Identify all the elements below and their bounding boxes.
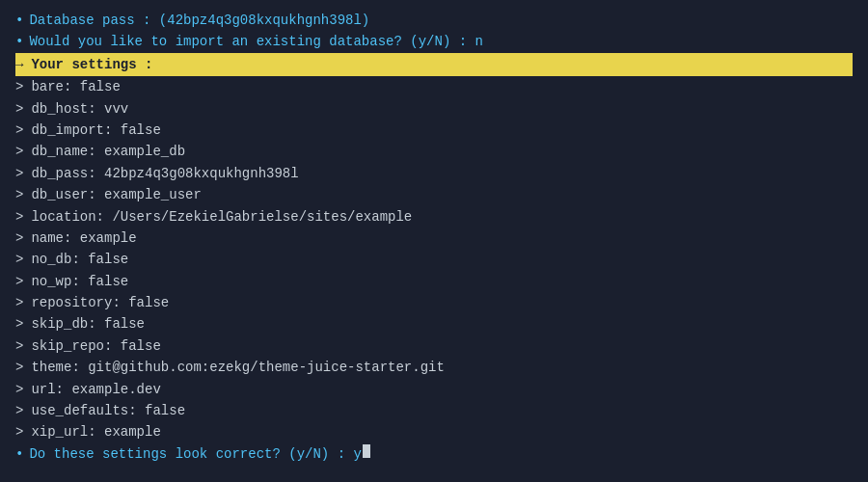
chevron-theme: > xyxy=(15,357,23,378)
skip-repo-key: skip_repo: false xyxy=(31,335,160,357)
bare-key: bare: false xyxy=(31,76,120,97)
chevron-use-defaults: > xyxy=(15,400,23,421)
chevron-xip-url: > xyxy=(15,421,23,442)
db-pass-text: Database pass : (42bpz4q3g08kxqukhgnh398… xyxy=(29,10,369,31)
db-host-key: db_host: vvv xyxy=(31,98,128,120)
setting-location: > location: /Users/EzekielGabrielse/site… xyxy=(15,206,853,228)
setting-skip-repo: > skip_repo: false xyxy=(15,335,853,357)
chevron-db-user: > xyxy=(15,184,23,205)
setting-db-host: > db_host: vvv xyxy=(15,98,853,120)
chevron-bare: > xyxy=(15,76,23,97)
import-db-text: Would you like to import an existing dat… xyxy=(29,31,482,52)
settings-label: Your settings : xyxy=(31,54,152,75)
setting-name: > name: example xyxy=(15,228,853,249)
name-key: name: example xyxy=(31,228,136,249)
setting-db-user: > db_user: example_user xyxy=(15,184,853,205)
chevron-db-pass: > xyxy=(15,163,23,184)
terminal-window: • Database pass : (42bpz4q3g08kxqukhgnh3… xyxy=(0,0,868,482)
line-your-settings: → Your settings : xyxy=(15,53,853,76)
use-defaults-key: use_defaults: false xyxy=(31,400,185,421)
url-key: url: example.dev xyxy=(31,379,160,400)
line-correct-settings: • Do these settings look correct? (y/N) … xyxy=(15,443,853,465)
xip-url-key: xip_url: example xyxy=(31,421,160,442)
chevron-no-wp: > xyxy=(15,271,23,292)
no-db-key: no_db: false xyxy=(31,249,128,270)
chevron-db-name: > xyxy=(15,141,23,162)
theme-key: theme: git@github.com:ezekg/theme-juice-… xyxy=(31,357,444,378)
chevron-location: > xyxy=(15,206,23,228)
setting-bare: > bare: false xyxy=(15,76,853,97)
skip-db-key: skip_db: false xyxy=(31,313,145,335)
chevron-db-host: > xyxy=(15,98,23,120)
no-wp-key: no_wp: false xyxy=(31,271,128,292)
setting-db-import: > db_import: false xyxy=(15,120,853,141)
setting-url: > url: example.dev xyxy=(15,379,853,400)
setting-skip-db: > skip_db: false xyxy=(15,313,853,335)
setting-no-wp: > no_wp: false xyxy=(15,271,853,292)
db-import-key: db_import: false xyxy=(31,120,160,141)
chevron-no-db: > xyxy=(15,249,23,270)
repository-key: repository: false xyxy=(31,292,169,313)
setting-theme: > theme: git@github.com:ezekg/theme-juic… xyxy=(15,357,853,378)
bullet-icon-final: • xyxy=(15,443,23,465)
chevron-db-import: > xyxy=(15,120,23,141)
setting-db-name: > db_name: example_db xyxy=(15,141,853,162)
db-pass-key: db_pass: 42bpz4q3g08kxqukhgnh398l xyxy=(31,163,298,184)
correct-settings-text: Do these settings look correct? (y/N) : … xyxy=(29,443,361,465)
setting-repository: > repository: false xyxy=(15,292,853,313)
location-key: location: /Users/EzekielGabrielse/sites/… xyxy=(31,206,412,228)
chevron-name: > xyxy=(15,228,23,249)
arrow-icon: → xyxy=(15,54,23,75)
chevron-skip-db: > xyxy=(15,313,23,335)
db-name-key: db_name: example_db xyxy=(31,141,185,162)
setting-xip-url: > xip_url: example xyxy=(15,421,853,442)
setting-no-db: > no_db: false xyxy=(15,249,853,270)
chevron-repository: > xyxy=(15,292,23,313)
setting-db-pass: > db_pass: 42bpz4q3g08kxqukhgnh398l xyxy=(15,163,853,184)
cursor-blink xyxy=(363,444,370,458)
db-user-key: db_user: example_user xyxy=(31,184,201,205)
chevron-skip-repo: > xyxy=(15,335,23,357)
chevron-url: > xyxy=(15,379,23,400)
line-db-pass: • Database pass : (42bpz4q3g08kxqukhgnh3… xyxy=(15,10,853,31)
line-import-db: • Would you like to import an existing d… xyxy=(15,31,853,52)
setting-use-defaults: > use_defaults: false xyxy=(15,400,853,421)
bullet-icon-2: • xyxy=(15,31,23,52)
bullet-icon: • xyxy=(15,10,23,31)
